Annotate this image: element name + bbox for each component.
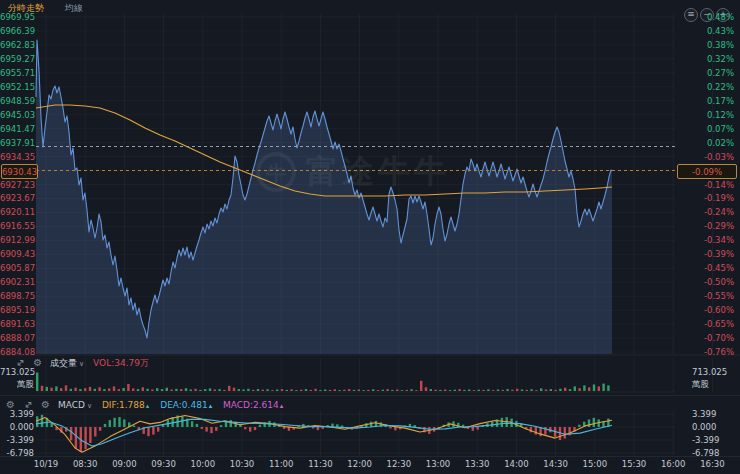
percent-axis-label: 0.02% <box>692 138 734 148</box>
percent-axis-label: -0.50% <box>692 277 734 287</box>
dea-value: DEA:0.481 <box>160 400 207 410</box>
time-axis-label: 09:00 <box>110 459 138 469</box>
macd-scale-label: -6.798 <box>692 448 719 458</box>
price-axis-label: 6902.31 <box>0 277 34 287</box>
tab-average-line[interactable]: 均線 <box>65 3 83 13</box>
price-axis-label: 6891.63 <box>0 319 34 329</box>
percent-axis-label: -0.19% <box>692 193 734 203</box>
trading-chart-window: 分時走勢 均線 ≡ − + 牛 富途牛牛 6969.956966.396962.… <box>0 0 740 474</box>
percent-axis-label: 0.07% <box>692 124 734 134</box>
price-axis-label: 6955.71 <box>0 68 34 78</box>
price-axis-label: 6912.99 <box>0 235 34 245</box>
time-axis-label: 08:30 <box>71 459 99 469</box>
time-axis-label: 15:00 <box>581 459 609 469</box>
price-axis-label: 6923.67 <box>0 193 34 203</box>
time-axis-label: 10:00 <box>189 459 217 469</box>
time-axis-label: 14:00 <box>502 459 530 469</box>
chevron-down-icon[interactable]: ∨ <box>79 360 84 368</box>
percent-axis-label: -0.60% <box>692 305 734 315</box>
price-axis-label: 6916.55 <box>0 221 34 231</box>
volume-axis-unit-left: 萬股 <box>0 379 34 389</box>
price-axis-label: 6927.23 <box>0 180 34 190</box>
percent-axis-label: -0.70% <box>692 333 734 343</box>
time-axis-label: 10/19 <box>32 459 60 469</box>
up-triangle-icon: ▴ <box>146 402 150 410</box>
macd-scale-label: -3.399 <box>0 435 34 445</box>
macd-scale-label: 3.399 <box>0 409 34 419</box>
price-axis-label: 6884.08 <box>0 347 34 357</box>
price-axis-label: 6952.15 <box>0 82 34 92</box>
price-axis-label: 6934.35 <box>0 152 34 162</box>
time-axis-label: 13:00 <box>424 459 452 469</box>
percent-axis-label: 0.32% <box>692 54 734 64</box>
indicator-settings-icon[interactable]: ⚙ <box>41 399 50 410</box>
macd-scale-label: 3.399 <box>692 409 716 419</box>
percent-axis-label: 0.17% <box>692 96 734 106</box>
time-axis-label: 12:30 <box>385 459 413 469</box>
price-axis-label: 6948.59 <box>0 96 34 106</box>
time-axis-label: 09:30 <box>150 459 178 469</box>
time-axis-label: 11:00 <box>267 459 295 469</box>
price-axis-label: 6895.19 <box>0 305 34 315</box>
price-axis-label: 6966.39 <box>0 26 34 36</box>
chevron-down-icon[interactable]: ∨ <box>87 402 92 410</box>
percent-axis-label: 0.48% <box>692 12 734 22</box>
percent-axis-label: 0.27% <box>692 68 734 78</box>
percent-axis-label: -0.24% <box>692 207 734 217</box>
price-axis-label: 6898.75 <box>0 291 34 301</box>
percent-axis-label: -0.03% <box>692 152 734 162</box>
percent-axis-label: -0.34% <box>692 235 734 245</box>
percent-axis-label: -0.45% <box>692 263 734 273</box>
current-price-label: 6930.43 <box>1 164 38 179</box>
macd-panel-header: ⚙ ↔ ⚙ MACD∨ DIF:1.788▴ DEA:0.481▴ MACD:2… <box>6 399 283 412</box>
volume-indicator-dropdown[interactable]: 成交量 <box>50 358 77 368</box>
price-axis-label: 6937.91 <box>0 138 34 148</box>
price-axis-label: 6969.95 <box>0 12 34 22</box>
macd-scale-label: 0.000 <box>692 422 716 432</box>
macd-indicator-dropdown[interactable]: MACD <box>58 400 85 410</box>
price-axis-label: 6909.43 <box>0 249 34 259</box>
percent-axis-label: 0.38% <box>692 40 734 50</box>
percent-axis-label: 0.12% <box>692 110 734 120</box>
time-axis-label: 10:30 <box>228 459 256 469</box>
time-axis-label: 13:30 <box>463 459 491 469</box>
current-change-label: -0.09% <box>677 164 737 179</box>
volume-axis-max-left: 713.025 <box>0 367 34 377</box>
percent-axis-label: -0.14% <box>692 180 734 190</box>
price-axis-label: 6959.27 <box>0 54 34 64</box>
time-axis-label: 11:30 <box>306 459 334 469</box>
percent-axis-label: -0.76% <box>692 347 734 357</box>
percent-axis-label: -0.65% <box>692 319 734 329</box>
up-triangle-icon: ▴ <box>209 402 213 410</box>
time-axis-label: 15:30 <box>620 459 648 469</box>
time-axis-label: 12:00 <box>346 459 374 469</box>
percent-axis-label: -0.29% <box>692 221 734 231</box>
price-axis-label: 6962.83 <box>0 40 34 50</box>
dif-value: DIF:1.788 <box>102 400 145 410</box>
volume-axis-max-right: 713.025 <box>692 367 727 377</box>
price-axis-label: 6945.03 <box>0 110 34 120</box>
price-axis-label: 6888.07 <box>0 333 34 343</box>
volume-panel-header: ↔ ⚙ 成交量∨ VOL:34.79万 <box>16 357 149 370</box>
macd-value: MACD:2.614 <box>223 400 279 410</box>
percent-axis-label: -0.55% <box>692 291 734 301</box>
price-axis-label: 6920.11 <box>0 207 34 217</box>
up-triangle-icon: ▴ <box>280 402 284 410</box>
price-axis-label: 6905.87 <box>0 263 34 273</box>
percent-axis-label: -0.39% <box>692 249 734 259</box>
time-axis-label: 16:30 <box>698 459 726 469</box>
time-axis-label: 14:30 <box>542 459 570 469</box>
time-axis-label: 16:00 <box>659 459 687 469</box>
macd-scale-label: -6.798 <box>0 448 34 458</box>
macd-scale-label: 0.000 <box>0 422 34 432</box>
percent-axis-label: 0.22% <box>692 82 734 92</box>
price-axis-label: 6941.47 <box>0 124 34 134</box>
volume-axis-unit-right: 萬股 <box>692 379 709 389</box>
percent-axis-label: 0.43% <box>692 26 734 36</box>
macd-scale-label: -3.399 <box>692 435 719 445</box>
volume-value: VOL:34.79万 <box>93 358 149 368</box>
